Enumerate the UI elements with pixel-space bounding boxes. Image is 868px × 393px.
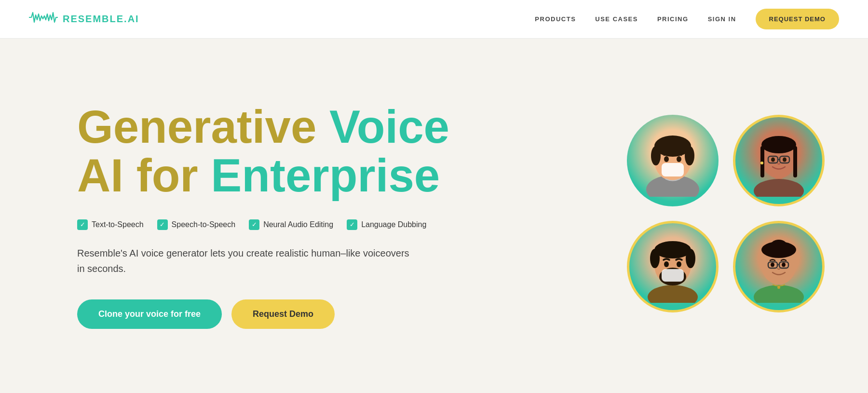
svg-point-20 (760, 162, 763, 164)
svg-point-26 (686, 249, 695, 268)
feature-ld: ✓ Language Dubbing (347, 219, 426, 230)
svg-point-8 (677, 156, 681, 162)
hero-description: Resemble's AI voice generator lets you c… (77, 245, 415, 276)
avatar-4 (733, 221, 825, 312)
svg-point-5 (685, 146, 694, 165)
title-voice: Voice (329, 101, 449, 152)
avatar-1 (627, 115, 719, 206)
svg-point-4 (651, 146, 661, 165)
feature-sts: ✓ Speech-to-Speech (157, 219, 236, 230)
nav-pricing[interactable]: PRICING (657, 15, 689, 23)
svg-point-36 (770, 240, 787, 253)
feature-tts-label: Text-to-Speech (92, 220, 144, 229)
svg-rect-29 (662, 269, 684, 282)
logo-text: RESEMBLE.AI (63, 14, 139, 25)
hero-avatars (627, 115, 829, 317)
logo[interactable]: RESEMBLE.AI (29, 10, 139, 28)
svg-point-7 (664, 156, 669, 162)
nav-sign-in[interactable]: SIGN IN (708, 15, 736, 23)
svg-point-40 (771, 262, 774, 267)
check-icon-tts: ✓ (77, 219, 88, 230)
check-icon-nae: ✓ (249, 219, 259, 230)
cta-row: Clone your voice for free Request Demo (77, 299, 511, 329)
svg-point-30 (664, 261, 669, 267)
hero-title: Generative Voice AI for Enterprise (77, 103, 511, 200)
svg-point-41 (782, 262, 786, 267)
feature-tts: ✓ Text-to-Speech (77, 219, 144, 230)
feature-nae: ✓ Neural Audio Editing (249, 219, 333, 230)
nav-request-demo-button[interactable]: REQUEST DEMO (756, 9, 839, 29)
avatar-2 (733, 115, 825, 206)
request-demo-button[interactable]: Request Demo (231, 299, 335, 329)
features-row: ✓ Text-to-Speech ✓ Speech-to-Speech ✓ Ne… (77, 219, 511, 230)
svg-point-25 (650, 249, 660, 268)
svg-rect-6 (662, 163, 684, 176)
title-generative: Generative (77, 101, 329, 152)
svg-point-18 (771, 157, 775, 162)
logo-wave-icon (29, 10, 58, 28)
hero-section: Generative Voice AI for Enterprise ✓ Tex… (0, 39, 868, 393)
feature-nae-label: Neural Audio Editing (263, 220, 333, 229)
svg-point-21 (648, 285, 698, 303)
feature-ld-label: Language Dubbing (361, 220, 426, 229)
title-enterprise: Enterprise (211, 149, 440, 201)
svg-point-14 (761, 136, 796, 153)
svg-point-19 (783, 157, 787, 162)
clone-voice-button[interactable]: Clone your voice for free (77, 299, 222, 329)
hero-content: Generative Voice AI for Enterprise ✓ Tex… (77, 103, 511, 329)
svg-point-9 (754, 179, 804, 197)
check-icon-ld: ✓ (347, 219, 357, 230)
svg-point-42 (777, 286, 780, 289)
feature-sts-label: Speech-to-Speech (172, 220, 236, 229)
title-ai-for: AI for (77, 149, 211, 201)
nav-use-cases[interactable]: USE CASES (595, 15, 638, 23)
nav-products[interactable]: PRODUCTS (535, 15, 576, 23)
svg-point-24 (654, 241, 691, 258)
nav-links: PRODUCTS USE CASES PRICING SIGN IN REQUE… (535, 9, 839, 29)
navbar: RESEMBLE.AI PRODUCTS USE CASES PRICING S… (0, 0, 868, 39)
check-icon-sts: ✓ (157, 219, 168, 230)
svg-point-31 (677, 261, 681, 267)
svg-rect-13 (793, 146, 797, 177)
avatar-3 (627, 221, 719, 312)
